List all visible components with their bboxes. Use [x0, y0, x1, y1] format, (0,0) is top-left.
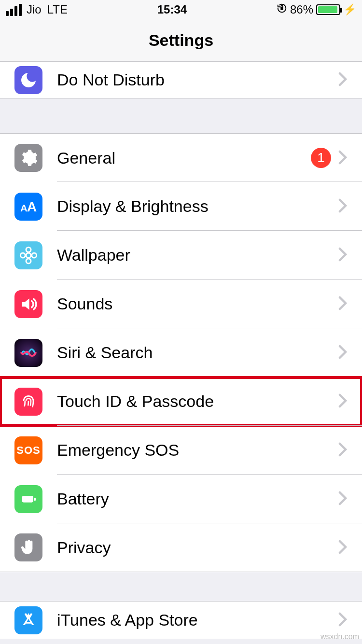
- svg-rect-9: [34, 497, 36, 501]
- svg-rect-8: [22, 496, 33, 502]
- row-label: General: [57, 149, 311, 168]
- hand-icon: [14, 533, 42, 561]
- moon-icon: [14, 66, 42, 94]
- row-wallpaper[interactable]: Wallpaper: [0, 231, 362, 280]
- charging-icon: ⚡: [343, 3, 356, 16]
- sos-icon: SOS: [14, 436, 42, 464]
- watermark: wsxdn.com: [320, 632, 359, 641]
- svg-rect-0: [280, 7, 283, 10]
- row-do-not-disturb[interactable]: Do Not Disturb: [0, 62, 362, 98]
- battery-icon: [316, 4, 340, 15]
- row-label: Siri & Search: [57, 343, 331, 362]
- svg-text:A: A: [27, 199, 37, 214]
- speaker-icon: [14, 290, 42, 318]
- status-left: Jio LTE: [6, 3, 68, 16]
- status-right: 86% ⚡: [277, 3, 356, 16]
- network-label: LTE: [47, 3, 68, 16]
- flower-icon: [14, 241, 42, 269]
- signal-icon: [6, 4, 22, 16]
- chevron-icon: [338, 342, 348, 364]
- battery-row-icon: [14, 485, 42, 513]
- chevron-icon: [338, 196, 348, 217]
- chevron-icon: [338, 147, 348, 169]
- svg-point-7: [32, 253, 37, 258]
- chevron-icon: [338, 537, 348, 559]
- group-separator: [0, 98, 362, 133]
- gear-icon: [14, 144, 42, 172]
- svg-point-6: [20, 253, 25, 258]
- chevron-icon: [338, 488, 348, 510]
- row-sounds[interactable]: Sounds: [0, 280, 362, 328]
- row-touch-id-passcode[interactable]: Touch ID & Passcode: [0, 377, 362, 426]
- status-bar: Jio LTE 15:34 86% ⚡: [0, 0, 362, 19]
- appstore-icon: [14, 606, 42, 634]
- row-label: iTunes & App Store: [57, 611, 331, 630]
- chevron-icon: [338, 391, 348, 412]
- row-label: Emergency SOS: [57, 441, 331, 460]
- carrier-label: Jio: [27, 3, 42, 16]
- page-title: Settings: [149, 31, 213, 50]
- chevron-icon: [338, 439, 348, 461]
- chevron-icon: [338, 609, 348, 631]
- row-emergency-sos[interactable]: SOS Emergency SOS: [0, 426, 362, 475]
- siri-icon: [14, 339, 42, 367]
- row-battery[interactable]: Battery: [0, 475, 362, 523]
- row-label: Privacy: [57, 538, 331, 557]
- nav-bar: Settings: [0, 19, 362, 62]
- svg-point-3: [26, 253, 31, 258]
- row-label: Display & Brightness: [57, 197, 331, 216]
- row-label: Battery: [57, 490, 331, 508]
- row-label: Wallpaper: [57, 246, 331, 265]
- row-label: Do Not Disturb: [57, 70, 331, 89]
- group-separator: [0, 572, 362, 601]
- chevron-icon: [338, 69, 348, 91]
- chevron-icon: [338, 244, 348, 266]
- fingerprint-icon: [14, 388, 42, 416]
- battery-pct: 86%: [290, 3, 313, 16]
- chevron-icon: [338, 293, 348, 315]
- orientation-lock-icon: [277, 3, 287, 16]
- row-label: Sounds: [57, 294, 331, 313]
- svg-point-4: [26, 247, 31, 252]
- clock: 15:34: [157, 3, 187, 16]
- row-display-brightness[interactable]: AA Display & Brightness: [0, 182, 362, 231]
- text-size-icon: AA: [14, 193, 42, 221]
- notification-badge: 1: [311, 148, 331, 168]
- row-siri-search[interactable]: Siri & Search: [0, 328, 362, 377]
- svg-text:A: A: [20, 203, 27, 213]
- svg-point-5: [26, 258, 31, 263]
- row-itunes-app-store[interactable]: iTunes & App Store: [0, 601, 362, 639]
- row-label: Touch ID & Passcode: [57, 392, 331, 411]
- row-general[interactable]: General 1: [0, 133, 362, 182]
- row-privacy[interactable]: Privacy: [0, 523, 362, 572]
